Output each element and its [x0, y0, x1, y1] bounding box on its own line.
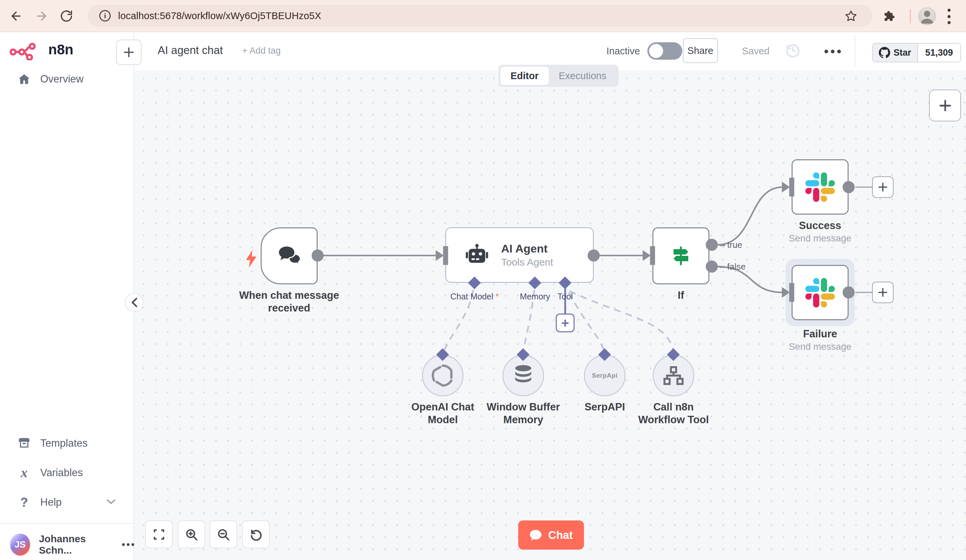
- workflow-menu-button[interactable]: [825, 49, 841, 53]
- github-star-count[interactable]: 51,309: [918, 44, 961, 62]
- trigger-bolt-icon: [244, 249, 258, 270]
- tab-executions[interactable]: Executions: [549, 67, 616, 85]
- sidebar-item-variables[interactable]: x Variables: [0, 462, 134, 484]
- github-octocat-icon: [879, 47, 890, 58]
- add-node-button[interactable]: [929, 90, 961, 122]
- required-marker: *: [496, 292, 499, 301]
- port-label-memory: Memory: [520, 292, 550, 301]
- site-info-icon[interactable]: i: [99, 10, 111, 21]
- n8n-logo-icon[interactable]: [9, 43, 41, 62]
- user-menu[interactable]: JS Johannes Schn...: [0, 529, 134, 560]
- slack-icon: [793, 266, 848, 319]
- trigger-output-endpoint[interactable]: [312, 250, 324, 261]
- node-success[interactable]: [792, 159, 849, 215]
- sidebar-item-label: Templates: [40, 437, 87, 449]
- chat-bubble-icon: [529, 529, 542, 541]
- sidebar-item-overview[interactable]: Overview: [0, 68, 134, 90]
- port-label-tool: Tool: [557, 292, 573, 301]
- address-bar[interactable]: i localhost:5678/workflow/xWy6Oj5TBEUHzo…: [87, 5, 873, 27]
- add-tool-button[interactable]: +: [556, 314, 575, 332]
- variables-x-icon: x: [17, 466, 31, 479]
- browser-reload-button[interactable]: [58, 8, 74, 24]
- workflow-tool-node-label: Call n8n Workflow Tool: [630, 401, 717, 426]
- undo-rotate-icon: [249, 527, 263, 542]
- sidebar-item-templates[interactable]: Templates: [0, 433, 134, 454]
- node-if[interactable]: [652, 227, 710, 284]
- tab-editor[interactable]: Editor: [501, 67, 549, 85]
- serpapi-logo-text: SerpApi: [592, 372, 618, 379]
- sidebar-item-help[interactable]: ? Help: [0, 492, 134, 513]
- bookmark-star-icon[interactable]: [844, 10, 857, 24]
- slack-icon: [793, 160, 848, 213]
- sidebar: n8n Overview Templates x Variables ? Hel…: [0, 32, 134, 560]
- node-failure[interactable]: [792, 265, 849, 320]
- user-options-button[interactable]: [122, 543, 134, 546]
- user-avatar[interactable]: JS: [10, 534, 30, 556]
- github-star-button[interactable]: Star: [873, 44, 918, 62]
- openai-node-label: OpenAI Chat Model: [401, 401, 485, 426]
- n8n-logo-text[interactable]: n8n: [48, 41, 74, 57]
- node-call-n8n-workflow-tool[interactable]: [653, 355, 694, 396]
- n8n-app: n8n Overview Templates x Variables ? Hel…: [0, 32, 966, 560]
- chevron-down-icon: [106, 498, 116, 506]
- workflow-hierarchy-icon: [663, 366, 684, 385]
- share-button[interactable]: Share: [683, 38, 718, 63]
- url-text[interactable]: localhost:5678/workflow/xWy6Oj5TBEUHzo5X: [118, 10, 321, 21]
- saved-status: Saved: [742, 46, 769, 57]
- if-true-label: true: [727, 240, 742, 250]
- reset-zoom-button[interactable]: [242, 521, 270, 548]
- plus-icon: [877, 181, 889, 193]
- zoom-in-icon: [184, 527, 199, 542]
- node-openai-chat-model[interactable]: [422, 355, 463, 396]
- chat-button-label: Chat: [548, 529, 573, 542]
- success-output-endpoint[interactable]: [843, 181, 855, 193]
- github-star-widget[interactable]: Star 51,309: [872, 43, 961, 62]
- forward-arrow-icon: [35, 9, 48, 23]
- sidebar-item-label: Variables: [40, 467, 83, 479]
- chat-button[interactable]: Chat: [518, 521, 584, 550]
- if-node-label: If: [647, 289, 715, 302]
- success-add-node-button[interactable]: [872, 176, 894, 198]
- failure-add-node-button[interactable]: [872, 282, 894, 303]
- agent-subtitle: Tools Agent: [501, 256, 553, 268]
- browser-back-button[interactable]: [8, 8, 24, 24]
- if-false-label: false: [727, 261, 746, 272]
- sidebar-divider: [0, 523, 133, 524]
- history-icon: [784, 41, 802, 60]
- new-workflow-button[interactable]: [116, 39, 141, 65]
- sidebar-collapse-button[interactable]: [125, 293, 143, 312]
- agent-title: AI Agent: [501, 242, 553, 255]
- node-when-chat-message-received[interactable]: [261, 227, 318, 284]
- zoom-out-button[interactable]: [210, 521, 237, 548]
- browser-menu-button[interactable]: [946, 9, 951, 24]
- zoom-out-icon: [216, 527, 230, 542]
- sidebar-item-label: Overview: [40, 73, 84, 85]
- if-true-output-endpoint[interactable]: [706, 239, 718, 251]
- agent-output-endpoint[interactable]: [588, 250, 600, 261]
- extensions-button[interactable]: [881, 8, 897, 24]
- header-separator: [855, 35, 855, 68]
- zoom-to-fit-button[interactable]: [145, 521, 173, 548]
- node-window-buffer-memory[interactable]: [503, 355, 544, 396]
- back-arrow-icon: [9, 9, 23, 23]
- activate-toggle[interactable]: [647, 42, 682, 60]
- browser-profile-avatar[interactable]: [918, 7, 936, 25]
- home-icon: [17, 73, 31, 85]
- chat-bubbles-icon: [261, 228, 317, 283]
- editor-executions-tabs: Editor Executions: [498, 65, 619, 87]
- zoom-in-button[interactable]: [178, 521, 205, 548]
- signpost-icon: [653, 228, 708, 283]
- workflow-title[interactable]: AI agent chat: [158, 44, 223, 57]
- if-false-output-endpoint[interactable]: [706, 261, 718, 273]
- node-serpapi[interactable]: SerpApi: [584, 355, 626, 396]
- workflow-canvas[interactable]: When chat message received AI Agent T: [134, 71, 966, 560]
- failure-output-endpoint[interactable]: [843, 286, 855, 299]
- browser-forward-button[interactable]: [34, 8, 50, 24]
- toolbar-separator: [910, 9, 911, 23]
- node-ai-agent[interactable]: AI Agent Tools Agent: [445, 227, 594, 282]
- trigger-node-label: When chat message received: [239, 289, 340, 315]
- toggle-knob: [649, 44, 663, 58]
- port-label-chat-model: Chat Model *: [450, 292, 499, 301]
- puzzle-icon: [882, 10, 895, 23]
- add-tag-button[interactable]: + Add tag: [242, 46, 281, 56]
